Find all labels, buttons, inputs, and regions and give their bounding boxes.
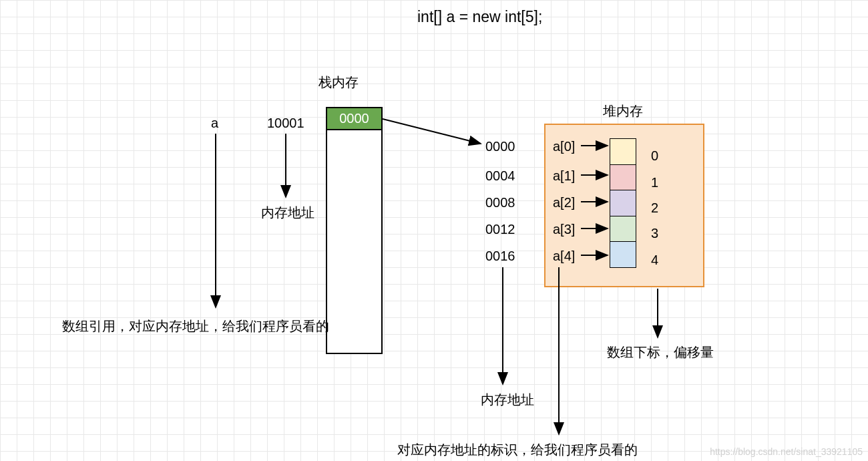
heap-cell-4 <box>610 241 636 268</box>
stack-top-cell: 0000 <box>326 107 383 130</box>
heap-id-0: a[0] <box>553 139 575 154</box>
heap-addr-3: 0012 <box>485 222 515 237</box>
heap-idx-4: 4 <box>651 253 658 268</box>
svg-line-3 <box>383 119 481 144</box>
heap-cells <box>610 138 636 267</box>
code-title: int[] a = new int[5]; <box>417 8 542 26</box>
heap-id-2: a[2] <box>553 195 575 210</box>
stack-address-note: 内存地址 <box>261 204 314 222</box>
heap-address-note: 内存地址 <box>481 391 534 409</box>
variable-name: a <box>211 116 218 131</box>
stack-memory-box <box>326 107 383 354</box>
heap-cell-2 <box>610 190 636 216</box>
heap-id-3: a[3] <box>553 222 575 237</box>
index-note: 数组下标，偏移量 <box>607 343 714 361</box>
heap-id-4: a[4] <box>553 249 575 264</box>
heap-addr-2: 0008 <box>485 195 515 210</box>
heap-id-1: a[1] <box>553 168 575 184</box>
watermark: https://blog.csdn.net/sinat_33921105 <box>710 446 863 457</box>
stack-label: 栈内存 <box>318 73 359 92</box>
heap-idx-1: 1 <box>651 175 658 190</box>
heap-idx-2: 2 <box>651 200 658 216</box>
heap-cell-0 <box>610 138 636 165</box>
reference-note: 数组引用，对应内存地址，给我们程序员看的 <box>62 317 329 335</box>
heap-idx-3: 3 <box>651 226 658 241</box>
stack-value: 0000 <box>339 111 369 126</box>
heap-addr-1: 0004 <box>485 168 515 184</box>
arrows-layer <box>0 0 868 461</box>
heap-addr-4: 0016 <box>485 249 515 264</box>
heap-cell-3 <box>610 216 636 243</box>
heap-label: 堆内存 <box>603 102 643 120</box>
heap-addr-0: 0000 <box>485 139 515 154</box>
heap-cell-1 <box>610 164 636 191</box>
identifier-note: 对应内存地址的标识，给我们程序员看的 <box>397 441 638 459</box>
stack-slot-address: 10001 <box>267 116 304 131</box>
heap-idx-0: 0 <box>651 148 658 164</box>
